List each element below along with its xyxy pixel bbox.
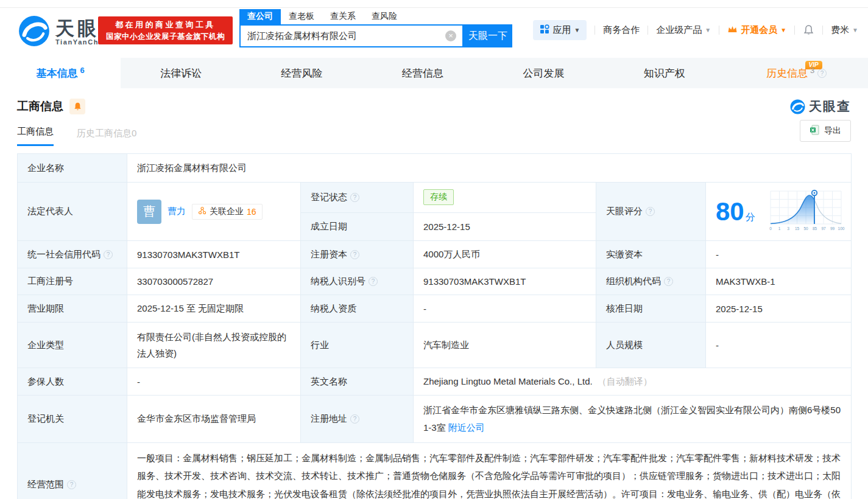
help-icon[interactable]: ? bbox=[664, 277, 673, 286]
menu-divider bbox=[595, 26, 595, 35]
table-row: 参保人数 - 英文名称 Zhejiang Lingtuo Metal Mater… bbox=[18, 368, 852, 396]
legal-rep-avatar[interactable]: 曹 bbox=[137, 200, 161, 224]
english-name-cell: Zhejiang Lingtuo Metal Materials Co., Lt… bbox=[414, 368, 852, 396]
help-icon[interactable]: ? bbox=[104, 250, 113, 259]
tab-basic-info-count: 6 bbox=[80, 66, 84, 75]
tab-company-development-label: 公司发展 bbox=[523, 66, 564, 80]
establish-date-label: 成立日期 bbox=[301, 212, 414, 240]
business-cooperation-link[interactable]: 商务合作 bbox=[603, 24, 640, 36]
related-companies-button[interactable]: 关联企业 16 bbox=[192, 204, 263, 220]
notifications-bell[interactable] bbox=[803, 24, 814, 36]
reg-capital-value: 4000万人民币 bbox=[414, 241, 596, 268]
reg-number-label: 工商注册号 bbox=[18, 268, 127, 295]
table-row: 企业名称 浙江凌拓金属材料有限公司 bbox=[18, 154, 852, 183]
search-tabs: 查公司 查老板 查关系 查风险 bbox=[239, 9, 512, 24]
search-tab-company[interactable]: 查公司 bbox=[239, 9, 281, 24]
score-cell: 80分 bbox=[706, 183, 852, 241]
legal-rep-name-link[interactable]: 曹力 bbox=[168, 206, 186, 217]
score-unit: 分 bbox=[746, 212, 755, 222]
help-icon[interactable]: ? bbox=[646, 207, 655, 216]
industry-value: 汽车制造业 bbox=[414, 323, 596, 368]
tab-intellectual-property[interactable]: 知识产权 bbox=[604, 58, 725, 88]
apps-label: 应用 bbox=[552, 24, 571, 36]
tianyancha-logo-icon bbox=[18, 15, 50, 49]
tab-operating-risk-label: 经营风险 bbox=[281, 66, 323, 80]
chevron-down-icon: ▼ bbox=[574, 27, 580, 33]
chart-tick: 1 bbox=[778, 226, 781, 231]
company-name-label: 企业名称 bbox=[18, 154, 127, 183]
help-icon[interactable]: ? bbox=[350, 414, 359, 424]
chart-tick: 97 bbox=[821, 226, 826, 231]
reg-authority-label: 登记机关 bbox=[18, 396, 127, 443]
tab-history-info[interactable]: VIP 历史信息 3 ? bbox=[725, 58, 868, 88]
chevron-down-icon: ▼ bbox=[780, 27, 786, 33]
promo-banner: 都在用的商业查询工具 国家中小企业发展子基金旗下机构 bbox=[98, 16, 233, 44]
business-term-value: 2025-12-15 至 无固定期限 bbox=[127, 295, 301, 323]
reg-address-value: 浙江省金华市金东区塘雅镇纵三路东侧、金义快速路北侧（浙江金义智园实业有限公司内）… bbox=[423, 405, 841, 433]
subtabs: 工商信息 历史工商信息0 导出 bbox=[0, 115, 868, 146]
establish-date-value: 2025-12-15 bbox=[414, 212, 596, 240]
menu-divider bbox=[647, 26, 648, 35]
enterprise-product-menu[interactable]: 企业级产品 ▼ bbox=[656, 24, 711, 36]
reg-number-value: 330703000572827 bbox=[127, 268, 301, 295]
chart-tick: 15 bbox=[795, 226, 800, 231]
staff-size-label: 人员规模 bbox=[596, 323, 706, 368]
taxpayer-id-value: 91330703MAK3TWXB1T bbox=[414, 268, 596, 295]
watermark-logo: 天眼查 bbox=[790, 98, 851, 115]
tab-history-info-count: 3 bbox=[810, 66, 814, 75]
org-code-label-text: 组织机构代码 bbox=[606, 276, 661, 287]
tab-legal-proceedings[interactable]: 法律诉讼 bbox=[121, 58, 241, 88]
user-menu[interactable]: 费米 ▼ bbox=[831, 24, 858, 36]
open-vip-menu[interactable]: 开通会员 ▼ bbox=[727, 24, 786, 36]
org-code-value: MAK3TWXB-1 bbox=[706, 268, 852, 295]
reg-capital-label-text: 注册资本 bbox=[311, 249, 347, 260]
company-nav-tabs: 基本信息 6 法律诉讼 经营风险 经营信息 公司发展 知识产权 VIP 历史信息… bbox=[0, 58, 868, 88]
promo-line-2: 国家中小企业发展子基金旗下机构 bbox=[106, 32, 225, 42]
help-icon[interactable]: ? bbox=[350, 250, 359, 259]
tab-basic-info[interactable]: 基本信息 6 bbox=[0, 58, 121, 88]
tab-business-info[interactable]: 经营信息 bbox=[362, 58, 483, 88]
apps-menu[interactable]: 应用 ▼ bbox=[533, 20, 587, 40]
username: 费米 bbox=[831, 24, 849, 36]
industry-label: 行业 bbox=[301, 323, 414, 368]
search-input[interactable] bbox=[241, 26, 462, 46]
business-scope-value: 一般项目：金属材料销售；钢压延加工；金属材料制造；金属制品销售；汽车零部件及配件… bbox=[127, 443, 852, 499]
org-code-label: 组织机构代码? bbox=[596, 268, 706, 295]
excel-icon bbox=[810, 125, 820, 137]
tab-operating-risk[interactable]: 经营风险 bbox=[241, 58, 362, 88]
table-row: 企业类型 有限责任公司(非自然人投资或控股的法人独资) 行业 汽车制造业 人员规… bbox=[18, 323, 852, 368]
tab-company-development[interactable]: 公司发展 bbox=[483, 58, 604, 88]
taxpayer-id-label-text: 纳税人识别号 bbox=[311, 276, 365, 287]
paid-capital-value: - bbox=[706, 241, 852, 268]
help-icon[interactable]: ? bbox=[817, 69, 827, 78]
chart-tick: 3 bbox=[787, 226, 789, 231]
nearby-companies-link[interactable]: 附近公司 bbox=[448, 422, 485, 433]
search-tab-risk[interactable]: 查风险 bbox=[364, 9, 405, 24]
company-type-value: 有限责任公司(非自然人投资或控股的法人独资) bbox=[127, 323, 301, 368]
export-button[interactable]: 导出 bbox=[800, 120, 851, 142]
help-icon[interactable]: ? bbox=[350, 193, 359, 202]
search-tab-relation[interactable]: 查关系 bbox=[322, 9, 364, 24]
reg-status-label-text: 登记状态 bbox=[311, 192, 347, 203]
help-icon[interactable]: ? bbox=[369, 277, 378, 286]
enterprise-product-label: 企业级产品 bbox=[656, 24, 702, 36]
insured-count-value: - bbox=[127, 368, 301, 396]
chart-tick: 50 bbox=[803, 226, 808, 231]
crown-icon bbox=[727, 25, 738, 35]
help-icon[interactable]: ? bbox=[67, 480, 76, 489]
monitor-bell-icon[interactable] bbox=[69, 99, 85, 114]
table-row: 营业期限 2025-12-15 至 无固定期限 纳税人资质 - 核准日期 202… bbox=[18, 295, 852, 323]
subtab-business-registration[interactable]: 工商信息 bbox=[17, 126, 54, 146]
credit-code-value: 91330703MAK3TWXB1T bbox=[127, 241, 301, 268]
search-area: 查公司 查老板 查关系 查风险 × 天眼一下 bbox=[239, 9, 512, 47]
business-scope-label-text: 经营范围 bbox=[27, 479, 64, 490]
reg-status-label: 登记状态? bbox=[301, 183, 414, 213]
subtab-history-registration[interactable]: 历史工商信息0 bbox=[77, 128, 136, 146]
search-button[interactable]: 天眼一下 bbox=[464, 24, 512, 47]
legal-rep-label: 法定代表人 bbox=[18, 183, 127, 241]
paid-capital-label: 实缴资本 bbox=[596, 241, 706, 268]
auto-translate-note: （自动翻译） bbox=[598, 376, 652, 386]
search-tab-boss[interactable]: 查老板 bbox=[281, 9, 322, 24]
clear-search-icon[interactable]: × bbox=[445, 30, 456, 41]
top-header: 天眼查 TianYanCha.com 都在用的商业查询工具 国家中小企业发展子基… bbox=[0, 0, 868, 58]
